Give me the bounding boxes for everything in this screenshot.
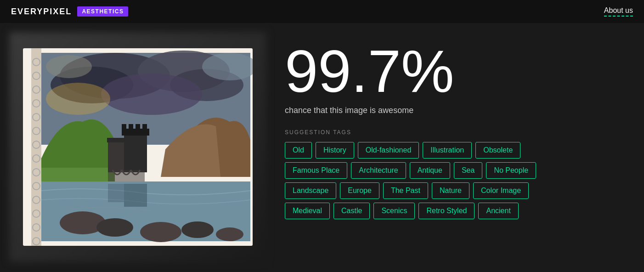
artwork-image xyxy=(23,48,253,246)
right-panel: 99.7% chance that this image is awesome … xyxy=(285,32,644,219)
tag-landscape[interactable]: Landscape xyxy=(285,182,336,199)
aesthetics-badge: AESTHETICS xyxy=(77,6,128,17)
score-display: 99.7% xyxy=(285,41,644,101)
tag-europe[interactable]: Europe xyxy=(340,182,379,199)
tag-scenics[interactable]: Scenics xyxy=(373,203,415,219)
svg-rect-29 xyxy=(122,124,126,130)
about-us-link[interactable]: About us xyxy=(604,6,633,17)
tag-retro-styled[interactable]: Retro Styled xyxy=(418,203,475,219)
image-container xyxy=(9,32,266,262)
svg-rect-31 xyxy=(136,124,140,130)
svg-rect-30 xyxy=(129,124,133,130)
svg-point-40 xyxy=(216,227,243,241)
svg-rect-32 xyxy=(142,124,147,130)
svg-rect-42 xyxy=(108,184,124,202)
svg-rect-28 xyxy=(122,129,149,136)
tags-row-4: Medieval Castle Scenics Retro Styled Anc… xyxy=(285,203,644,219)
tag-the-past[interactable]: The Past xyxy=(383,182,428,199)
svg-rect-27 xyxy=(124,131,147,172)
main-content: 99.7% chance that this image is awesome … xyxy=(0,23,644,271)
tag-old[interactable]: Old xyxy=(285,142,312,159)
svg-point-39 xyxy=(181,221,214,238)
logo: EVERYPIXEL xyxy=(11,7,72,17)
tag-antique[interactable]: Antique xyxy=(410,162,450,179)
tags-grid: Old History Old-fashioned Illustration O… xyxy=(285,142,644,219)
tag-castle[interactable]: Castle xyxy=(333,203,370,219)
svg-point-37 xyxy=(96,218,133,237)
svg-point-23 xyxy=(46,55,92,78)
svg-point-38 xyxy=(140,222,181,242)
tags-row-1: Old History Old-fashioned Illustration O… xyxy=(285,142,644,159)
tag-history[interactable]: History xyxy=(316,142,354,159)
svg-rect-41 xyxy=(124,184,147,207)
svg-rect-34 xyxy=(107,138,125,142)
svg-point-21 xyxy=(101,74,202,115)
svg-rect-33 xyxy=(108,140,124,172)
tag-famous-place[interactable]: Famous Place xyxy=(285,162,347,179)
tag-no-people[interactable]: No People xyxy=(486,162,536,179)
tag-ancient[interactable]: Ancient xyxy=(478,203,518,219)
tag-old-fashioned[interactable]: Old-fashioned xyxy=(358,142,419,159)
site-header: EVERYPIXEL AESTHETICS About us xyxy=(0,0,644,23)
tag-architecture[interactable]: Architecture xyxy=(351,162,406,179)
tag-illustration[interactable]: Illustration xyxy=(423,142,472,159)
header-left: EVERYPIXEL AESTHETICS xyxy=(11,6,128,17)
tag-medieval[interactable]: Medieval xyxy=(285,203,330,219)
tag-nature[interactable]: Nature xyxy=(432,182,469,199)
tag-color-image[interactable]: Color Image xyxy=(473,182,529,199)
tags-row-3: Landscape Europe The Past Nature Color I… xyxy=(285,182,644,199)
svg-rect-35 xyxy=(108,170,145,181)
suggestion-tags-label: SUGGESTION TAGS xyxy=(285,129,644,136)
tags-row-2: Famous Place Architecture Antique Sea No… xyxy=(285,162,644,179)
score-subtitle: chance that this image is awesome xyxy=(285,106,644,115)
tag-sea[interactable]: Sea xyxy=(454,162,482,179)
tag-obsolete[interactable]: Obsolete xyxy=(475,142,520,159)
svg-point-24 xyxy=(46,83,110,115)
